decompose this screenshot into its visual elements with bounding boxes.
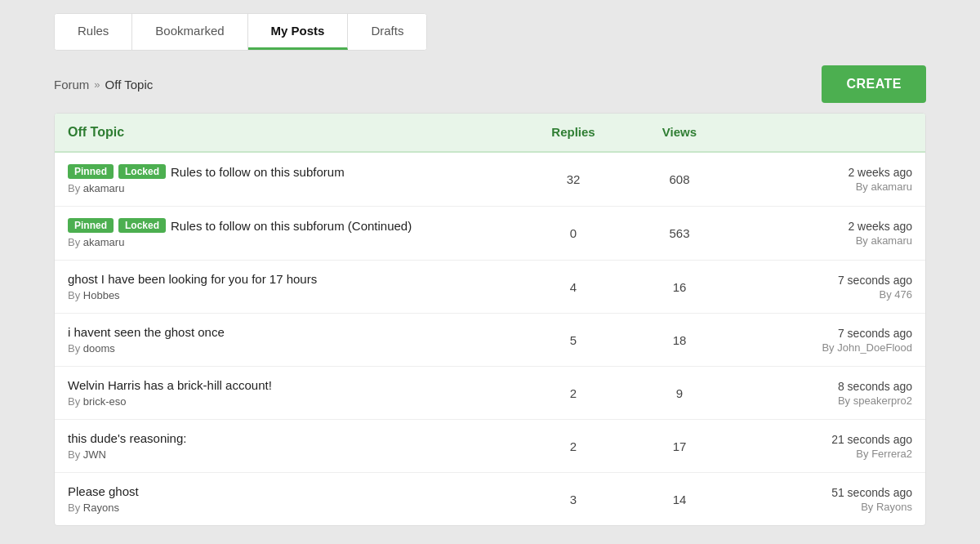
topic-cell: i havent seen the ghost onceBy dooms <box>68 325 520 354</box>
breadcrumb: Forum » Off Topic <box>54 78 153 91</box>
activity-cell: 8 seconds agoBy speakerpro2 <box>733 380 912 407</box>
activity-cell: 21 seconds agoBy Ferrera2 <box>733 433 912 460</box>
topic-cell: Welvin Harris has a brick-hill account!B… <box>68 378 520 408</box>
activity-by: By Ferrera2 <box>856 448 912 460</box>
table-row: PinnedLockedRules to follow on this subf… <box>55 153 925 207</box>
activity-time: 2 weeks ago <box>733 166 912 179</box>
topic-author: By Hobbes <box>68 289 520 301</box>
forum-table: Off Topic Replies Views PinnedLockedRule… <box>54 113 926 526</box>
activity-by: By 476 <box>880 288 912 301</box>
topic-title[interactable]: this dude's reasoning: <box>68 431 186 445</box>
create-button[interactable]: CREATE <box>822 65 926 103</box>
topic-title[interactable]: Rules to follow on this subforum <box>171 165 345 179</box>
topic-cell: Please ghostBy Rayons <box>68 484 520 514</box>
topic-title[interactable]: i havent seen the ghost once <box>68 325 225 339</box>
breadcrumb-separator: » <box>94 78 100 91</box>
table-row: i havent seen the ghost onceBy dooms5187… <box>55 314 925 367</box>
replies-cell: 0 <box>520 226 626 240</box>
topic-author: By JWN <box>68 448 520 461</box>
topic-cell: ghost I have been looking for you for 17… <box>68 272 520 301</box>
table-row: Please ghostBy Rayons31451 seconds agoBy… <box>55 473 925 525</box>
activity-time: 21 seconds ago <box>733 433 912 446</box>
views-cell: 17 <box>626 439 733 453</box>
table-row: ghost I have been looking for you for 17… <box>55 261 925 314</box>
topic-author: By akamaru <box>68 182 520 194</box>
col-views-header: Views <box>626 125 733 140</box>
replies-cell: 2 <box>520 386 626 400</box>
badge-pinned: Pinned <box>68 164 114 179</box>
table-row: PinnedLockedRules to follow on this subf… <box>55 207 925 261</box>
activity-by: By akamaru <box>856 234 912 247</box>
topic-cell: PinnedLockedRules to follow on this subf… <box>68 164 520 194</box>
activity-time: 8 seconds ago <box>733 380 912 393</box>
badge-locked: Locked <box>118 218 166 233</box>
activity-by: By akamaru <box>856 181 912 193</box>
activity-cell: 2 weeks agoBy akamaru <box>733 166 912 193</box>
badge-locked: Locked <box>118 164 166 179</box>
replies-cell: 4 <box>520 280 626 294</box>
table-header: Off Topic Replies Views <box>55 114 925 153</box>
views-cell: 608 <box>626 172 733 186</box>
tab-bookmarked[interactable]: Bookmarked <box>132 14 247 50</box>
page-wrapper: RulesBookmarkedMy PostsDrafts Forum » Of… <box>41 0 939 539</box>
topic-author: By akamaru <box>68 236 520 248</box>
tab-drafts[interactable]: Drafts <box>348 14 426 50</box>
breadcrumb-current: Off Topic <box>105 78 154 91</box>
badge-pinned: Pinned <box>68 218 114 233</box>
activity-time: 7 seconds ago <box>733 274 912 287</box>
table-row: Welvin Harris has a brick-hill account!B… <box>55 367 925 420</box>
col-activity-header <box>733 125 912 140</box>
activity-cell: 51 seconds agoBy Rayons <box>733 486 912 513</box>
topic-author: By brick-eso <box>68 395 520 408</box>
topic-title[interactable]: Rules to follow on this subforum (Contin… <box>171 219 412 233</box>
activity-by: By Rayons <box>861 501 912 513</box>
topic-author: By Rayons <box>68 502 520 514</box>
header-row: Forum » Off Topic CREATE <box>54 65 926 103</box>
activity-time: 51 seconds ago <box>733 486 912 499</box>
topic-title[interactable]: ghost I have been looking for you for 17… <box>68 272 317 286</box>
topic-cell: this dude's reasoning:By JWN <box>68 431 520 461</box>
topic-cell: PinnedLockedRules to follow on this subf… <box>68 218 520 248</box>
activity-by: By John_DoeFlood <box>822 341 912 354</box>
views-cell: 563 <box>626 226 733 240</box>
replies-cell: 3 <box>520 493 626 506</box>
activity-cell: 7 seconds agoBy 476 <box>733 274 912 301</box>
activity-time: 2 weeks ago <box>733 220 912 233</box>
activity-cell: 2 weeks agoBy akamaru <box>733 220 912 247</box>
views-cell: 16 <box>626 280 733 294</box>
replies-cell: 2 <box>520 439 626 453</box>
breadcrumb-parent[interactable]: Forum <box>54 78 89 91</box>
activity-time: 7 seconds ago <box>733 327 912 340</box>
activity-cell: 7 seconds agoBy John_DoeFlood <box>733 327 912 354</box>
replies-cell: 32 <box>520 172 626 186</box>
col-replies-header: Replies <box>520 125 626 140</box>
tab-my-posts[interactable]: My Posts <box>248 14 349 50</box>
topic-title[interactable]: Welvin Harris has a brick-hill account! <box>68 378 272 392</box>
views-cell: 9 <box>626 386 733 400</box>
tab-rules[interactable]: Rules <box>55 14 132 50</box>
topic-title[interactable]: Please ghost <box>68 484 139 498</box>
col-topic-header: Off Topic <box>68 125 520 140</box>
replies-cell: 5 <box>520 333 626 347</box>
views-cell: 18 <box>626 333 733 347</box>
views-cell: 14 <box>626 493 733 506</box>
topic-author: By dooms <box>68 342 520 354</box>
table-body: PinnedLockedRules to follow on this subf… <box>55 153 925 525</box>
activity-by: By speakerpro2 <box>838 395 912 407</box>
table-row: this dude's reasoning:By JWN21721 second… <box>55 420 925 473</box>
tabs-bar: RulesBookmarkedMy PostsDrafts <box>54 13 427 51</box>
